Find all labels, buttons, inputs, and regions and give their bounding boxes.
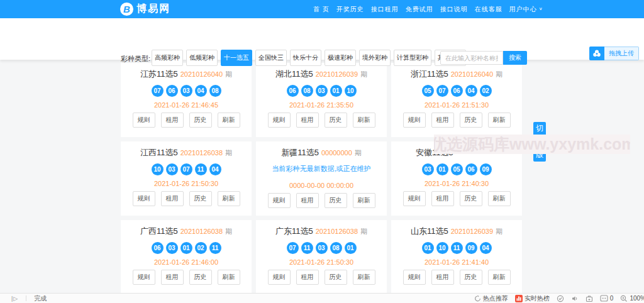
card-action-rent[interactable]: 租用 <box>431 191 454 206</box>
card-title: 湖北11选5 20210126039 期 <box>275 69 367 80</box>
lottery-card-grid: 江苏11选5 20210126040 期 0706030408 2021-01-… <box>121 63 522 294</box>
filter-high-frequency[interactable]: 高频彩种 <box>152 50 183 66</box>
number-ball: 06 <box>166 85 178 97</box>
filter-overseas[interactable]: 境外彩种 <box>359 50 391 66</box>
filter-computed[interactable]: 计算型彩种 <box>394 50 431 66</box>
card-action-rules[interactable]: 规则 <box>403 191 426 206</box>
hot-recommend-label: 热点推荐 <box>483 294 508 303</box>
card-action-rules[interactable]: 规则 <box>133 113 155 128</box>
card-action-history[interactable]: 历史 <box>325 193 347 208</box>
card-action-refresh[interactable]: 刷新 <box>488 113 511 128</box>
card-action-history[interactable]: 历史 <box>189 113 212 128</box>
number-ball: 08 <box>330 242 342 254</box>
chevron-down-icon: ∨ <box>539 7 543 11</box>
nav-item-home[interactable]: 首 页 <box>313 5 330 14</box>
search-button[interactable]: 搜索 <box>503 51 527 65</box>
no-data-message: 当前彩种无最新数据,或正在维护 <box>272 164 370 174</box>
number-ball: 11 <box>209 242 221 254</box>
search-input[interactable] <box>440 51 503 65</box>
sidebar-toggle-icon[interactable]: |▷ <box>11 295 18 302</box>
card-action-rent[interactable]: 租用 <box>296 113 319 128</box>
card-action-rent[interactable]: 租用 <box>296 270 319 285</box>
card-action-rules[interactable]: 规则 <box>403 113 426 128</box>
period-suffix: 期 <box>360 227 367 236</box>
nav-item-draw-history[interactable]: 开奖历史 <box>336 5 364 14</box>
card-action-history[interactable]: 历史 <box>460 191 482 206</box>
nav-item-label: 接口说明 <box>440 5 468 14</box>
card-action-refresh[interactable]: 刷新 <box>488 191 511 206</box>
winning-numbers: 0507060402 <box>422 85 492 97</box>
card-action-rent[interactable]: 租用 <box>161 113 184 128</box>
filter-speed[interactable]: 极速彩种 <box>325 50 356 66</box>
card-action-rules[interactable]: 规则 <box>403 270 426 285</box>
number-ball: 04 <box>209 163 221 175</box>
card-action-refresh[interactable]: 刷新 <box>218 270 240 285</box>
card-action-history[interactable]: 历史 <box>325 270 347 285</box>
extension-box-button[interactable] <box>586 295 593 302</box>
filter-button-group: 高频彩种低频彩种十一选五全国快三快乐十分极速彩种境外彩种计算型彩种其他彩种 <box>152 50 466 66</box>
lottery-name: 浙江11选5 <box>411 69 448 80</box>
nav-item-label: 在线客服 <box>475 5 502 14</box>
card-action-history[interactable]: 历史 <box>460 270 482 285</box>
filter-happy-ten[interactable]: 快乐十分 <box>290 50 321 66</box>
filter-category-label: 彩种类型: <box>121 54 150 63</box>
nav-item-api-docs[interactable]: 接口说明 <box>440 5 468 14</box>
security-check-button[interactable] <box>557 295 564 302</box>
draw-period: 20210126040 <box>180 70 223 78</box>
winning-numbers: 0608030110 <box>287 85 357 97</box>
card-action-rent[interactable]: 租用 <box>296 193 319 208</box>
nav-item-label: 用户中心 <box>509 5 537 14</box>
card-action-rent[interactable]: 租用 <box>431 113 454 128</box>
card-action-refresh[interactable]: 刷新 <box>353 270 375 285</box>
lottery-name: 广东11选5 <box>275 226 313 237</box>
card-action-rules[interactable]: 规则 <box>133 191 155 206</box>
lottery-name: 山东11选5 <box>411 226 448 237</box>
card-action-history[interactable]: 历史 <box>325 113 347 128</box>
card-action-history[interactable]: 历史 <box>460 113 482 128</box>
nav-item-free-trial[interactable]: 免费试用 <box>406 5 433 14</box>
drag-upload-button[interactable]: 拖拽上传 <box>589 47 639 60</box>
number-ball: 02 <box>480 85 492 97</box>
draw-period: 20210126038 <box>316 228 358 235</box>
card-action-rent[interactable]: 租用 <box>161 191 184 206</box>
popup-blocker-icon <box>600 295 608 302</box>
filter-national-k3[interactable]: 全国快三 <box>255 50 287 66</box>
card-action-rent[interactable]: 租用 <box>161 270 184 285</box>
card-action-refresh[interactable]: 刷新 <box>218 191 240 206</box>
card-action-history[interactable]: 历史 <box>189 270 212 285</box>
card-action-rules[interactable]: 规则 <box>268 193 291 208</box>
realtime-hot-button[interactable]: 实时热榜 <box>515 294 550 303</box>
hot-recommend-icon <box>474 295 481 302</box>
winning-numbers: 0110110904 <box>422 242 492 254</box>
number-ball: 06 <box>465 163 477 175</box>
filter-low-frequency[interactable]: 低频彩种 <box>186 50 218 66</box>
card-action-rules[interactable]: 规则 <box>268 113 291 128</box>
nav-item-online-service[interactable]: 在线客服 <box>475 5 502 14</box>
draw-period: 20210126039 <box>451 228 493 235</box>
hot-recommend-button[interactable]: 热点推荐 <box>474 294 508 303</box>
card-action-rules[interactable]: 规则 <box>268 270 291 285</box>
lottery-name: 新疆11选5 <box>281 147 319 158</box>
filter-eleven-pick-five[interactable]: 十一选五 <box>221 50 252 66</box>
card-action-refresh[interactable]: 刷新 <box>353 113 375 128</box>
card-action-rent[interactable]: 租用 <box>431 270 454 285</box>
zoom-control[interactable]: 100% <box>620 295 644 302</box>
draw-period: 20210126039 <box>316 70 358 78</box>
card-action-refresh[interactable]: 刷新 <box>353 193 375 208</box>
card-action-rules[interactable]: 规则 <box>133 270 155 285</box>
card-action-history[interactable]: 历史 <box>189 191 212 206</box>
popup-count: 0 <box>610 295 614 302</box>
brand[interactable]: B 博易网 <box>120 0 170 18</box>
popup-blocker-counter[interactable]: 0 <box>600 295 614 302</box>
nav-item-label: 接口租用 <box>371 5 399 14</box>
site-header: B 博易网 首 页开奖历史接口租用免费试用接口说明在线客服用户中心∨ <box>0 0 644 18</box>
card-action-refresh[interactable]: 刷新 <box>488 270 511 285</box>
sound-button[interactable] <box>571 295 579 302</box>
winning-numbers: 0706030408 <box>152 85 221 97</box>
nav-item-api-rent[interactable]: 接口租用 <box>371 5 399 14</box>
number-ball: 05 <box>422 85 434 97</box>
card-title: 新疆11选5 00000000 期 <box>281 147 362 158</box>
nav-item-user-center[interactable]: 用户中心∨ <box>509 5 543 14</box>
brand-name: 博易网 <box>136 3 170 16</box>
card-action-refresh[interactable]: 刷新 <box>218 113 240 128</box>
